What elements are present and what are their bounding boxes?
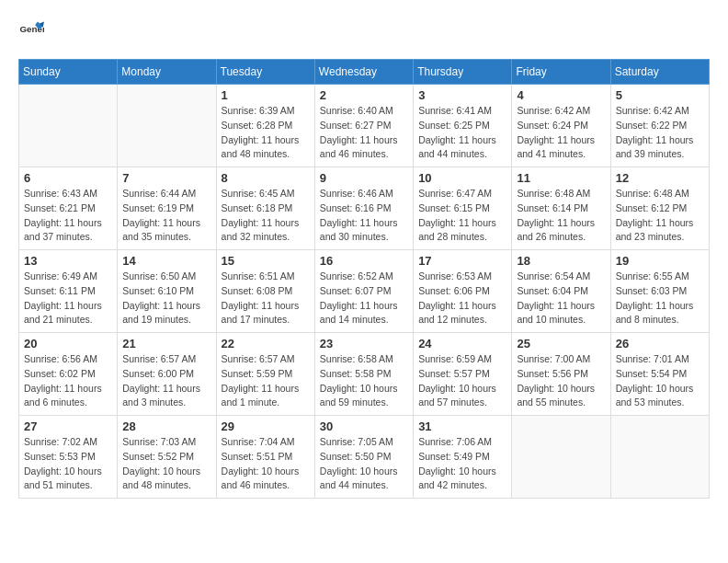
day-info: Sunrise: 7:04 AMSunset: 5:51 PMDaylight:… (222, 435, 310, 493)
calendar-cell: 23Sunrise: 6:58 AMSunset: 5:58 PMDayligh… (314, 333, 413, 416)
day-info: Sunrise: 6:42 AMSunset: 6:22 PMDaylight:… (616, 104, 704, 162)
calendar-cell: 9Sunrise: 6:46 AMSunset: 6:16 PMDaylight… (314, 167, 413, 250)
calendar-cell: 2Sunrise: 6:40 AMSunset: 6:27 PMDaylight… (314, 85, 413, 167)
day-number: 20 (24, 337, 112, 350)
logo: General (18, 18, 48, 44)
calendar-cell: 19Sunrise: 6:55 AMSunset: 6:03 PMDayligh… (610, 250, 709, 333)
day-info: Sunrise: 7:03 AMSunset: 5:52 PMDaylight:… (122, 435, 210, 493)
day-info: Sunrise: 7:01 AMSunset: 5:54 PMDaylight:… (616, 352, 704, 410)
day-info: Sunrise: 6:57 AMSunset: 5:59 PMDaylight:… (222, 352, 310, 410)
calendar-cell: 14Sunrise: 6:50 AMSunset: 6:10 PMDayligh… (118, 250, 216, 333)
calendar-week-row: 27Sunrise: 7:02 AMSunset: 5:53 PMDayligh… (19, 416, 710, 499)
calendar-cell (118, 85, 216, 167)
day-info: Sunrise: 6:43 AMSunset: 6:21 PMDaylight:… (24, 187, 112, 245)
day-info: Sunrise: 6:41 AMSunset: 6:25 PMDaylight:… (418, 104, 506, 162)
logo-icon: General (18, 18, 44, 44)
day-info: Sunrise: 6:40 AMSunset: 6:27 PMDaylight:… (320, 104, 408, 162)
day-number: 25 (517, 337, 605, 350)
calendar-week-row: 20Sunrise: 6:56 AMSunset: 6:02 PMDayligh… (19, 333, 710, 416)
calendar-cell: 27Sunrise: 7:02 AMSunset: 5:53 PMDayligh… (19, 416, 118, 499)
calendar-cell: 22Sunrise: 6:57 AMSunset: 5:59 PMDayligh… (216, 333, 314, 416)
day-number: 6 (24, 171, 112, 185)
calendar-cell: 26Sunrise: 7:01 AMSunset: 5:54 PMDayligh… (610, 333, 709, 416)
calendar-day-header: Sunday (19, 60, 118, 85)
calendar-cell: 7Sunrise: 6:44 AMSunset: 6:19 PMDaylight… (118, 167, 216, 250)
calendar-day-header: Tuesday (216, 60, 314, 85)
day-info: Sunrise: 6:44 AMSunset: 6:19 PMDaylight:… (122, 187, 210, 245)
calendar-day-header: Saturday (610, 60, 709, 85)
day-info: Sunrise: 6:42 AMSunset: 6:24 PMDaylight:… (517, 104, 605, 162)
day-number: 26 (616, 337, 704, 350)
calendar-cell: 29Sunrise: 7:04 AMSunset: 5:51 PMDayligh… (216, 416, 314, 499)
day-info: Sunrise: 6:59 AMSunset: 5:57 PMDaylight:… (418, 352, 506, 410)
calendar-cell: 31Sunrise: 7:06 AMSunset: 5:49 PMDayligh… (414, 416, 512, 499)
day-number: 29 (222, 419, 310, 433)
day-number: 2 (320, 88, 408, 102)
calendar-cell: 6Sunrise: 6:43 AMSunset: 6:21 PMDaylight… (19, 167, 118, 250)
day-info: Sunrise: 6:47 AMSunset: 6:15 PMDaylight:… (418, 187, 506, 245)
day-number: 31 (418, 419, 506, 433)
calendar-cell: 21Sunrise: 6:57 AMSunset: 6:00 PMDayligh… (118, 333, 216, 416)
calendar-cell: 24Sunrise: 6:59 AMSunset: 5:57 PMDayligh… (414, 333, 512, 416)
day-number: 15 (222, 254, 310, 268)
day-info: Sunrise: 7:05 AMSunset: 5:50 PMDaylight:… (320, 435, 408, 493)
day-number: 1 (222, 88, 310, 102)
calendar-week-row: 1Sunrise: 6:39 AMSunset: 6:28 PMDaylight… (19, 85, 710, 167)
calendar-cell (19, 85, 118, 167)
day-number: 21 (122, 337, 210, 350)
calendar-cell: 25Sunrise: 7:00 AMSunset: 5:56 PMDayligh… (512, 333, 610, 416)
calendar-cell: 20Sunrise: 6:56 AMSunset: 6:02 PMDayligh… (19, 333, 118, 416)
calendar-cell: 3Sunrise: 6:41 AMSunset: 6:25 PMDaylight… (414, 85, 512, 167)
day-info: Sunrise: 6:53 AMSunset: 6:06 PMDaylight:… (418, 270, 506, 327)
day-info: Sunrise: 7:06 AMSunset: 5:49 PMDaylight:… (418, 435, 506, 493)
day-number: 19 (616, 254, 704, 268)
calendar-week-row: 6Sunrise: 6:43 AMSunset: 6:21 PMDaylight… (19, 167, 710, 250)
calendar-cell: 30Sunrise: 7:05 AMSunset: 5:50 PMDayligh… (314, 416, 413, 499)
day-number: 16 (320, 254, 408, 268)
day-number: 28 (122, 419, 210, 433)
calendar-week-row: 13Sunrise: 6:49 AMSunset: 6:11 PMDayligh… (19, 250, 710, 333)
calendar-cell: 18Sunrise: 6:54 AMSunset: 6:04 PMDayligh… (512, 250, 610, 333)
day-info: Sunrise: 6:49 AMSunset: 6:11 PMDaylight:… (24, 270, 112, 327)
day-number: 24 (418, 337, 506, 350)
calendar-header-row: SundayMondayTuesdayWednesdayThursdayFrid… (19, 60, 710, 85)
calendar-cell: 4Sunrise: 6:42 AMSunset: 6:24 PMDaylight… (512, 85, 610, 167)
day-info: Sunrise: 6:46 AMSunset: 6:16 PMDaylight:… (320, 187, 408, 245)
calendar-cell: 17Sunrise: 6:53 AMSunset: 6:06 PMDayligh… (414, 250, 512, 333)
calendar-day-header: Monday (118, 60, 216, 85)
calendar-cell (512, 416, 610, 499)
day-number: 27 (24, 419, 112, 433)
day-number: 17 (418, 254, 506, 268)
day-number: 22 (222, 337, 310, 350)
day-info: Sunrise: 7:02 AMSunset: 5:53 PMDaylight:… (24, 435, 112, 493)
day-number: 10 (418, 171, 506, 185)
calendar-cell: 16Sunrise: 6:52 AMSunset: 6:07 PMDayligh… (314, 250, 413, 333)
day-number: 14 (122, 254, 210, 268)
day-info: Sunrise: 6:58 AMSunset: 5:58 PMDaylight:… (320, 352, 408, 410)
day-number: 9 (320, 171, 408, 185)
day-info: Sunrise: 6:56 AMSunset: 6:02 PMDaylight:… (24, 352, 112, 410)
day-number: 13 (24, 254, 112, 268)
calendar-day-header: Thursday (414, 60, 512, 85)
day-number: 4 (517, 88, 605, 102)
day-info: Sunrise: 6:50 AMSunset: 6:10 PMDaylight:… (122, 270, 210, 327)
day-number: 23 (320, 337, 408, 350)
day-info: Sunrise: 6:48 AMSunset: 6:14 PMDaylight:… (517, 187, 605, 245)
day-info: Sunrise: 6:52 AMSunset: 6:07 PMDaylight:… (320, 270, 408, 327)
day-number: 8 (222, 171, 310, 185)
calendar-cell: 8Sunrise: 6:45 AMSunset: 6:18 PMDaylight… (216, 167, 314, 250)
day-number: 11 (517, 171, 605, 185)
calendar-cell: 10Sunrise: 6:47 AMSunset: 6:15 PMDayligh… (414, 167, 512, 250)
calendar-cell: 13Sunrise: 6:49 AMSunset: 6:11 PMDayligh… (19, 250, 118, 333)
calendar-cell (610, 416, 709, 499)
day-info: Sunrise: 6:51 AMSunset: 6:08 PMDaylight:… (222, 270, 310, 327)
day-info: Sunrise: 6:57 AMSunset: 6:00 PMDaylight:… (122, 352, 210, 410)
day-number: 12 (616, 171, 704, 185)
day-number: 30 (320, 419, 408, 433)
calendar-cell: 12Sunrise: 6:48 AMSunset: 6:12 PMDayligh… (610, 167, 709, 250)
day-info: Sunrise: 6:39 AMSunset: 6:28 PMDaylight:… (222, 104, 310, 162)
calendar-day-header: Wednesday (314, 60, 413, 85)
calendar-cell: 5Sunrise: 6:42 AMSunset: 6:22 PMDaylight… (610, 85, 709, 167)
page-header: General (18, 18, 710, 44)
day-number: 5 (616, 88, 704, 102)
